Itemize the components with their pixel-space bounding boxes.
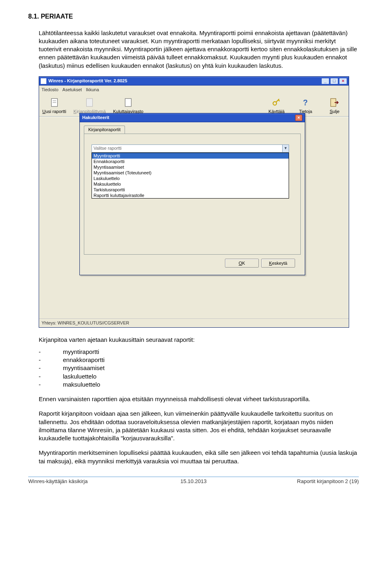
paragraph: Myyntiraportin merkitseminen lopulliseks… xyxy=(39,449,359,465)
svg-rect-4 xyxy=(125,98,131,107)
tb-sulje[interactable]: Sulje xyxy=(324,97,345,115)
app-title: Winres - Kirjanpitoraportit Ver. 2.8025 xyxy=(48,78,127,84)
dash: - xyxy=(39,348,63,356)
menu-tiedosto[interactable]: Tiedosto xyxy=(42,87,58,93)
screenshot: Winres - Kirjanpitoraportit Ver. 2.8025 … xyxy=(39,76,359,328)
ok-button[interactable]: OK xyxy=(225,259,259,268)
tab-panel: Valitse raportti ▼ Myyntiraportti Ennakk… xyxy=(84,134,301,255)
tab-kirjanpitoraportit[interactable]: Kirjanpitoraportit xyxy=(84,126,125,134)
menu-asetukset[interactable]: Asetukset xyxy=(62,87,82,93)
post-heading: Kirjanpitoa varten ajetaan kuukausittain… xyxy=(39,336,359,344)
list-item[interactable]: Ennakkoraportti xyxy=(92,159,289,164)
list-item: myyntisaamiset xyxy=(63,364,104,372)
app-titlebar: Winres - Kirjanpitoraportit Ver. 2.8025 … xyxy=(39,77,349,86)
dialog-close-button[interactable]: × xyxy=(295,115,302,121)
maximize-button[interactable]: □ xyxy=(330,78,338,84)
list-item[interactable]: Myyntiraportti xyxy=(92,153,289,159)
section-heading: 8.1. PERIAATE xyxy=(28,12,359,21)
paragraph: Raportit kirjanpitoon voidaan ajaa sen j… xyxy=(39,410,359,442)
tb-uusi-raportti[interactable]: UUusi raporttiusi raportti xyxy=(42,97,66,115)
list-item: myyntiraportti xyxy=(63,348,99,356)
footer-right: Raportit kirjanpitoon 2 (19) xyxy=(249,478,359,485)
list-item: maksuluettelo xyxy=(63,381,100,389)
statusbar: Yhteys: WINRES_KOULUTUS//CGSERVER xyxy=(39,318,349,327)
svg-line-7 xyxy=(278,100,279,101)
list-item: laskuluettelo xyxy=(63,372,96,381)
dialog-titlebar: Hakukriteerit × xyxy=(80,113,305,122)
footer-mid: 15.10.2013 xyxy=(138,478,248,485)
footer-left: Winres-käyttäjän käsikirja xyxy=(28,478,138,485)
document-icon xyxy=(84,97,95,108)
menubar: Tiedosto Asetukset Ikkuna xyxy=(39,86,349,94)
svg-rect-3 xyxy=(87,98,93,107)
menu-ikkuna[interactable]: Ikkuna xyxy=(86,87,99,93)
tb-kirjanpitoliittyma: Kirjanpitoliittymä xyxy=(73,97,106,115)
combo-value: Valitse raportti xyxy=(94,145,122,151)
chevron-down-icon: ▼ xyxy=(282,145,289,152)
dash: - xyxy=(39,381,63,389)
combo-valitse-raportti[interactable]: Valitse raportti ▼ xyxy=(92,144,289,153)
svg-text:?: ? xyxy=(303,98,308,107)
list-item[interactable]: Raportti kuluttajavirastolle xyxy=(92,193,289,198)
list-item[interactable]: Laskuluettelo xyxy=(92,176,289,181)
tb-kuluttajavirasto[interactable]: Kuluttajavirasto xyxy=(113,97,143,115)
list-item[interactable]: Maksuluettelo xyxy=(92,181,289,187)
cancel-button[interactable]: Keskeytä xyxy=(261,259,295,268)
dash: - xyxy=(39,372,63,381)
list-item: ennakkoraportti xyxy=(63,356,104,364)
dialog-hakukriteerit: Hakukriteerit × Kirjanpitoraportit Valit… xyxy=(79,113,305,275)
svg-point-5 xyxy=(273,102,277,105)
minimize-button[interactable]: _ xyxy=(321,78,329,84)
document-icon xyxy=(49,97,60,108)
dash: - xyxy=(39,364,63,372)
key-icon xyxy=(271,97,282,108)
report-list: -myyntiraportti -ennakkoraportti -myynti… xyxy=(39,348,359,389)
list-item[interactable]: Myyntisaamiset xyxy=(92,164,289,170)
document-icon xyxy=(123,97,133,108)
app-icon xyxy=(41,78,46,84)
dialog-title: Hakukriteerit xyxy=(82,115,109,121)
app-window: Winres - Kirjanpitoraportit Ver. 2.8025 … xyxy=(39,76,349,328)
tb-kayttaja[interactable]: Käyttäjä xyxy=(266,97,287,115)
footer: Winres-käyttäjän käsikirja 15.10.2013 Ra… xyxy=(28,478,359,485)
paragraph: Ennen varsinaisten raporttien ajoa etsit… xyxy=(39,395,359,403)
tb-tietoja[interactable]: ? Tietoja xyxy=(295,97,316,115)
app-body: Hakukriteerit × Kirjanpitoraportit Valit… xyxy=(39,117,349,318)
report-listbox[interactable]: Myyntiraportti Ennakkoraportti Myyntisaa… xyxy=(92,153,289,199)
help-icon: ? xyxy=(300,97,311,108)
footer-rule xyxy=(28,477,359,477)
list-item[interactable]: Tarkistusraportti xyxy=(92,187,289,193)
close-button[interactable]: × xyxy=(339,78,347,84)
list-item[interactable]: Myyntisaamiset (Toteutuneet) xyxy=(92,170,289,176)
exit-icon xyxy=(329,97,340,108)
intro-paragraph: Lähtötilanteessa kaikki laskutetut varau… xyxy=(39,29,359,70)
dash: - xyxy=(39,356,63,364)
